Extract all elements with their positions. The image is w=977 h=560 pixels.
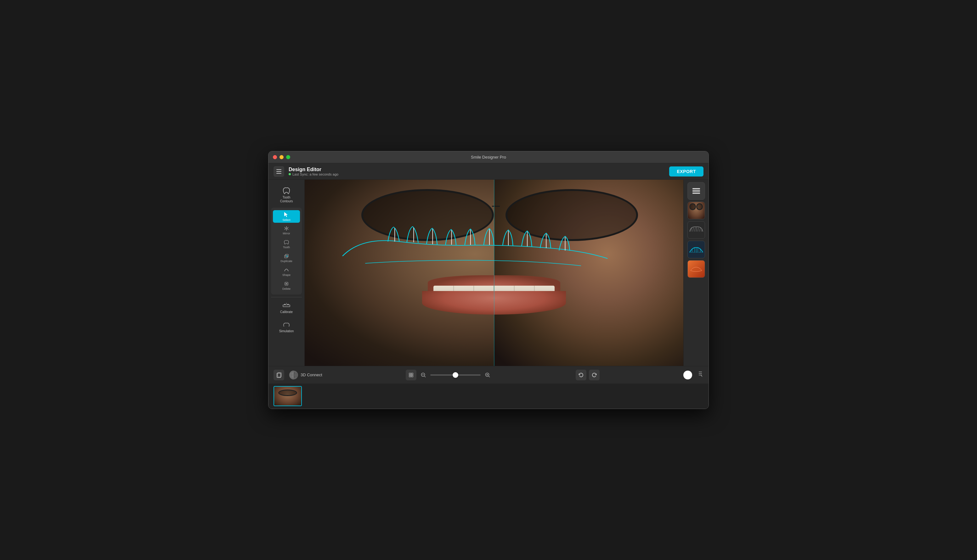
brush-icon [697,371,703,377]
mirror-icon [284,225,289,231]
sync-dot [289,173,291,175]
tool-select[interactable]: Select [273,210,300,223]
right-panel-teeth-model[interactable] [687,221,705,239]
minimize-button[interactable] [279,155,284,159]
select-label: Select [282,218,290,222]
undo-redo-group [576,370,600,380]
main-content: ToothContours Select [269,180,708,366]
window-title: Smile Designer Pro [471,155,506,160]
bottom-toolbar: 3D Connect [269,366,708,383]
tool-mirror[interactable]: Mirror [273,224,300,237]
traffic-lights [273,155,290,159]
svg-rect-10 [287,304,289,305]
zoom-in-button[interactable] [483,371,492,379]
calibrate-icon [282,302,291,309]
thumb-face-1 [274,387,301,405]
close-button[interactable] [273,155,277,159]
menu-button[interactable] [274,166,284,177]
undo-button[interactable] [576,370,586,380]
calibrate-label: Calibrate [280,310,293,314]
delete-icon [284,281,289,287]
brush-button[interactable] [697,371,703,379]
tool-divider-1 [271,297,302,297]
svg-rect-39 [409,373,411,375]
redo-button[interactable] [589,370,600,380]
filmstrip-thumb-1[interactable] [274,386,302,406]
fit-button[interactable] [406,370,416,380]
app-window: Smile Designer Pro Design Editor Last Sy… [268,151,709,409]
svg-rect-40 [411,373,413,375]
undo-icon [578,372,584,378]
header-title-group: Design Editor Last Sync: a few seconds a… [289,167,338,176]
filmstrip [269,383,708,409]
lip-model-icon [690,266,703,272]
maximize-button[interactable] [286,155,290,159]
pages-button[interactable] [274,370,284,380]
tool-duplicate[interactable]: Duplicate [273,252,300,264]
sub-tools-panel: Select Mirror Tooth [271,208,302,295]
glasses-bridge [492,206,499,207]
svg-line-47 [489,376,490,377]
duplicate-label: Duplicate [281,260,292,263]
svg-rect-8 [283,305,290,307]
right-panel-face-photo[interactable] [687,202,705,219]
header: Design Editor Last Sync: a few seconds a… [269,163,708,180]
teeth-wireframe-icon [689,225,703,235]
right-panel-curve-model[interactable] [687,241,705,258]
thumb-glasses-right [696,203,703,210]
shape-label: Shape [282,273,291,277]
left-sidebar: ToothContours Select [269,180,305,366]
layers-icon [693,188,700,194]
zoom-controls [406,370,492,380]
sync-status: Last Sync: a few seconds ago [289,172,338,176]
tooth-sub-label: Tooth [283,246,290,249]
redo-icon [591,372,597,378]
tooth-contours-label: ToothContours [280,196,293,203]
tooth-contours-icon [282,186,291,195]
pages-icon [276,372,282,378]
connect-button[interactable]: 3D Connect [289,371,322,379]
tool-delete[interactable]: Delete [273,279,300,292]
svg-rect-42 [411,375,413,377]
thumb-glasses-left [689,203,696,210]
tool-simulation[interactable]: Simulation [271,318,302,336]
header-title: Design Editor [289,167,338,172]
svg-rect-9 [284,304,286,305]
delete-label: Delete [282,287,291,290]
thumb-glasses-1 [278,390,297,396]
glasses-left [361,189,494,241]
connect-icon [289,371,298,379]
fit-icon [409,372,414,378]
right-panel-lip-model[interactable] [687,260,705,278]
sync-text: Last Sync: a few seconds ago [292,172,338,176]
svg-rect-41 [409,375,411,377]
simulation-label: Simulation [279,329,294,333]
center-divider-line [494,180,494,366]
connect-sphere-icon [289,371,298,379]
connect-label: 3D Connect [301,372,322,377]
right-panel [683,180,708,366]
svg-line-44 [424,376,426,377]
zoom-out-icon [421,372,426,378]
tool-tooth-contours[interactable]: ToothContours [271,183,302,206]
title-bar: Smile Designer Pro [269,151,708,163]
zoom-slider[interactable] [430,374,481,376]
select-icon [283,212,290,218]
zoom-out-button[interactable] [419,371,428,379]
curve-model-icon [689,245,703,255]
duplicate-icon [284,253,289,259]
tooth-icon [284,239,289,245]
simulation-icon [282,320,291,328]
tool-tooth[interactable]: Tooth [273,238,300,250]
zoom-in-icon [485,372,490,378]
tool-calibrate[interactable]: Calibrate [271,300,302,317]
export-button[interactable]: EXPORT [669,167,703,177]
canvas-area[interactable] [305,180,683,366]
tool-shape[interactable]: Shape [273,265,300,278]
color-swatch[interactable] [683,371,692,379]
shape-icon [284,267,289,273]
mirror-label: Mirror [283,232,290,235]
right-panel-layers[interactable] [687,182,705,200]
glasses-right [506,189,638,241]
face-image [305,180,683,366]
